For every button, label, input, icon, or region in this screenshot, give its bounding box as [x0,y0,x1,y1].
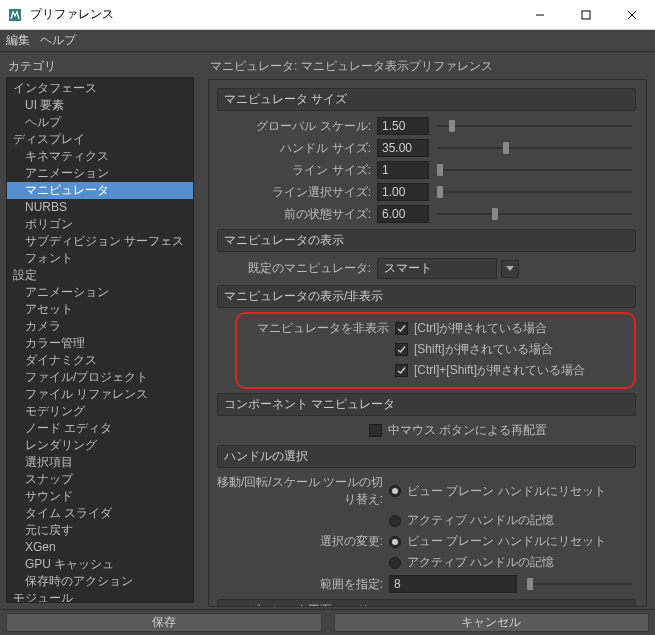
input-handle-size[interactable] [377,139,429,157]
label-tool-switch: 移動/回転/スケール ツールの切り替え: [217,474,389,508]
input-line-pick-size[interactable] [377,183,429,201]
radio-sel-reset-label: ビュー プレーン ハンドルにリセット [407,533,606,550]
checkbox-ctrl-label: [Ctrl]が押されている場合 [414,320,547,337]
tree-item[interactable]: ポリゴン [7,216,193,233]
radio-tool-remember-label: アクティブ ハンドルの記憶 [407,512,554,529]
menu-bar: 編集 ヘルプ [0,30,655,52]
label-pick-range: 範囲を指定: [217,576,389,593]
tree-item[interactable]: ダイナミクス [7,352,193,369]
input-pick-range[interactable] [389,575,517,593]
slider-prev-state-size[interactable] [437,207,632,221]
tree-item[interactable]: ファイル リファレンス [7,386,193,403]
section-component-manip: コンポーネント マニピュレータ [217,393,636,416]
tree-item[interactable]: 設定 [7,267,193,284]
checkbox-shift-label: [Shift]が押されている場合 [414,341,553,358]
slider-global-scale[interactable] [437,119,632,133]
input-prev-state-size[interactable] [377,205,429,223]
radio-sel-remember-label: アクティブ ハンドルの記憶 [407,554,554,571]
input-global-scale[interactable] [377,117,429,135]
tree-item[interactable]: インタフェース [7,80,193,97]
content-scroll[interactable]: マニピュレータ サイズ グローバル スケール: ハンドル サイズ: ライン サイ… [209,80,646,606]
title-bar: プリファレンス [0,0,655,30]
dropdown-default-manipulator[interactable]: スマート [377,258,519,279]
window-title: プリファレンス [30,6,517,23]
chevron-down-icon[interactable] [501,260,519,278]
maximize-button[interactable] [563,0,609,30]
category-sidebar: カテゴリ インタフェースUI 要素ヘルプディスプレイキネマティクスアニメーション… [0,52,200,609]
section-show-hide: マニピュレータの表示/非表示 [217,285,636,308]
cancel-button[interactable]: キャンセル [334,613,650,632]
label-global-scale: グローバル スケール: [217,118,377,135]
content-pane: マニピュレータ: マニピュレータ表示プリファレンス マニピュレータ サイズ グロ… [200,52,655,609]
tree-item[interactable]: モジュール [7,590,193,603]
section-manipulator-display: マニピュレータの表示 [217,229,636,252]
label-selection-change: 選択の変更: [217,533,389,550]
section-manipulator-size: マニピュレータ サイズ [217,88,636,111]
radio-tool-remember[interactable] [389,515,401,527]
tree-item[interactable]: UI 要素 [7,97,193,114]
close-button[interactable] [609,0,655,30]
checkbox-middle-mouse-label: 中マウス ボタンによる再配置 [388,422,547,439]
slider-handle-size[interactable] [437,141,632,155]
tree-item[interactable]: アニメーション [7,284,193,301]
tree-item[interactable]: 保存時のアクション [7,573,193,590]
label-hide-manipulator: マニピュレータを非表示 [243,320,395,337]
tree-item[interactable]: ファイル/プロジェクト [7,369,193,386]
tree-item[interactable]: サブディビジョン サーフェス [7,233,193,250]
radio-tool-reset-label: ビュー プレーン ハンドルにリセット [407,483,606,500]
label-line-size: ライン サイズ: [217,162,377,179]
tree-item[interactable]: アセット [7,301,193,318]
tree-item[interactable]: キネマティクス [7,148,193,165]
menu-edit[interactable]: 編集 [6,32,30,49]
menu-help[interactable]: ヘルプ [40,32,76,49]
tree-item[interactable]: レンダリング [7,437,193,454]
tree-item[interactable]: サウンド [7,488,193,505]
label-handle-size: ハンドル サイズ: [217,140,377,157]
input-line-size[interactable] [377,161,429,179]
tree-item[interactable]: カメラ [7,318,193,335]
tree-item[interactable]: 選択項目 [7,454,193,471]
tree-item[interactable]: NURBS [7,199,193,216]
minimize-button[interactable] [517,0,563,30]
label-line-pick-size: ライン選択サイズ: [217,184,377,201]
tree-item[interactable]: 元に戻す [7,522,193,539]
radio-sel-reset[interactable] [389,536,401,548]
tree-item[interactable]: カラー管理 [7,335,193,352]
checkbox-middle-mouse[interactable] [369,424,382,437]
slider-line-size[interactable] [437,163,632,177]
section-plane-handle: マニピュレータ平面ハンドル [217,599,636,606]
highlight-box: マニピュレータを非表示 [Ctrl]が押されている場合 [Shift]が押されて… [235,312,636,389]
category-label: カテゴリ [6,54,194,77]
radio-tool-reset[interactable] [389,485,401,497]
tree-item[interactable]: ノード エディタ [7,420,193,437]
slider-pick-range[interactable] [525,577,632,591]
bottom-button-bar: 保存 キャンセル [0,609,655,635]
checkbox-ctrl-shift[interactable] [395,364,408,377]
radio-sel-remember[interactable] [389,557,401,569]
tree-item[interactable]: アニメーション [7,165,193,182]
label-default-manipulator: 既定のマニピュレータ: [217,260,377,277]
save-button[interactable]: 保存 [6,613,322,632]
tree-item[interactable]: XGen [7,539,193,556]
tree-item[interactable]: ヘルプ [7,114,193,131]
label-prev-state-size: 前の状態サイズ: [217,206,377,223]
tree-item[interactable]: タイム スライダ [7,505,193,522]
category-tree[interactable]: インタフェースUI 要素ヘルプディスプレイキネマティクスアニメーションマニピュレ… [6,77,194,603]
checkbox-ctrl-shift-label: [Ctrl]+[Shift]が押されている場合 [414,362,585,379]
tree-item[interactable]: スナップ [7,471,193,488]
tree-item[interactable]: モデリング [7,403,193,420]
slider-line-pick-size[interactable] [437,185,632,199]
tree-item[interactable]: フォント [7,250,193,267]
tree-item[interactable]: GPU キャッシュ [7,556,193,573]
app-icon [6,6,24,24]
content-header: マニピュレータ: マニピュレータ表示プリファレンス [200,52,655,77]
checkbox-shift[interactable] [395,343,408,356]
tree-item[interactable]: ディスプレイ [7,131,193,148]
checkbox-ctrl[interactable] [395,322,408,335]
section-handle-select: ハンドルの選択 [217,445,636,468]
svg-rect-2 [582,11,590,19]
tree-item[interactable]: マニピュレータ [7,182,193,199]
